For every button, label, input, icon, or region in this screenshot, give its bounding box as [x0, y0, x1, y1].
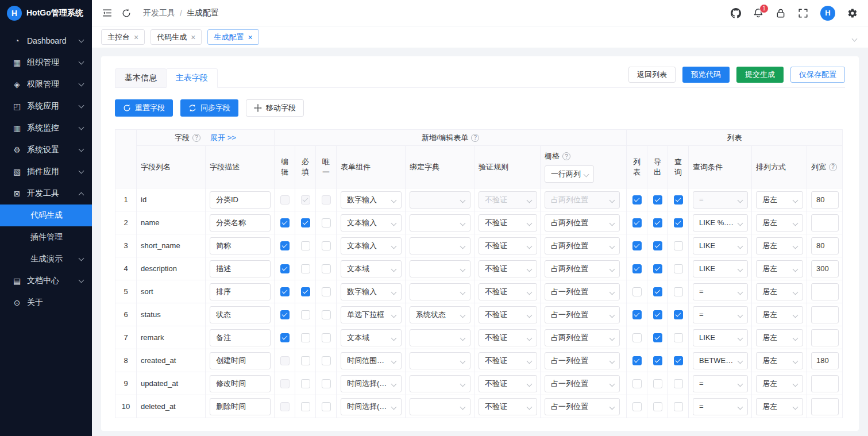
query-checkbox[interactable]	[674, 218, 683, 227]
width-input[interactable]	[811, 191, 839, 209]
breadcrumb-item[interactable]: 开发工具	[143, 8, 175, 18]
width-input[interactable]	[811, 375, 839, 392]
list-checkbox[interactable]	[632, 310, 642, 319]
width-input[interactable]	[811, 329, 839, 346]
required-checkbox[interactable]	[301, 333, 310, 342]
export-checkbox[interactable]	[653, 264, 662, 273]
width-input[interactable]	[811, 260, 839, 277]
sidebar-item-monitor[interactable]: ▥ 系统监控	[0, 117, 92, 139]
tab-main-fields[interactable]: 主表字段	[166, 68, 218, 88]
rule-select[interactable]: 不验证	[479, 329, 537, 346]
component-select[interactable]: 时间选择(Y-...	[341, 375, 402, 392]
save-config-button[interactable]: 仅保存配置	[790, 67, 845, 83]
query-cond-select[interactable]: LIKE %...%	[693, 214, 748, 231]
width-input[interactable]	[811, 237, 839, 254]
align-select[interactable]: 居左	[756, 306, 803, 323]
preview-code-button[interactable]: 预览代码	[682, 67, 730, 83]
query-checkbox[interactable]	[674, 333, 683, 342]
query-checkbox[interactable]	[674, 195, 683, 205]
sidebar-item-docs[interactable]: ▤ 文档中心	[0, 270, 92, 292]
grid-select[interactable]: 占一列位置	[545, 306, 620, 323]
dict-select[interactable]	[410, 191, 470, 209]
close-icon[interactable]: ×	[248, 33, 252, 41]
query-cond-select[interactable]: LIKE	[693, 329, 748, 346]
list-checkbox[interactable]	[632, 264, 642, 273]
list-checkbox[interactable]	[632, 379, 642, 388]
rule-select[interactable]: 不验证	[479, 306, 537, 323]
export-checkbox[interactable]	[653, 356, 662, 365]
dict-select[interactable]	[410, 352, 470, 369]
component-select[interactable]: 文本域	[341, 329, 402, 346]
required-checkbox[interactable]	[301, 287, 310, 296]
query-cond-select[interactable]: =	[693, 306, 748, 323]
required-checkbox[interactable]	[301, 379, 310, 388]
list-checkbox[interactable]	[632, 241, 642, 250]
dict-select[interactable]	[410, 329, 470, 346]
sidebar-item-dashboard[interactable]: ◔ Dashboard	[0, 30, 92, 52]
export-checkbox[interactable]	[653, 241, 662, 250]
field-desc-input[interactable]	[210, 214, 271, 231]
unique-checkbox[interactable]	[322, 241, 331, 250]
dict-select[interactable]	[410, 283, 470, 300]
component-select[interactable]: 数字输入	[341, 283, 402, 300]
edit-checkbox[interactable]	[280, 356, 290, 365]
component-select[interactable]: 文本输入	[341, 214, 402, 231]
query-cond-select[interactable]: =	[693, 191, 748, 209]
expand-link[interactable]: 展开 >>	[210, 133, 236, 143]
page-tab-console[interactable]: 主控台 ×	[101, 29, 145, 45]
list-checkbox[interactable]	[632, 287, 642, 296]
grid-select[interactable]: 占两列位置	[545, 329, 620, 346]
edit-checkbox[interactable]	[280, 241, 290, 250]
reset-fields-button[interactable]: 重置字段	[115, 99, 173, 117]
unique-checkbox[interactable]	[322, 264, 331, 273]
lock-screen-icon[interactable]	[776, 8, 786, 18]
query-checkbox[interactable]	[674, 264, 683, 273]
list-checkbox[interactable]	[632, 218, 642, 227]
grid-select[interactable]: 占一列位置	[545, 375, 620, 392]
dict-select[interactable]	[410, 398, 470, 415]
query-checkbox[interactable]	[674, 402, 683, 411]
edit-checkbox[interactable]	[280, 333, 290, 342]
unique-checkbox[interactable]	[322, 287, 331, 296]
dict-select[interactable]	[410, 375, 470, 392]
sidebar-item-about[interactable]: ⊙ 关于	[0, 292, 92, 314]
width-input[interactable]	[811, 398, 839, 415]
component-select[interactable]: 时间选择(Y-...	[341, 398, 402, 415]
dict-select[interactable]	[410, 260, 470, 277]
query-cond-select[interactable]: =	[693, 398, 748, 415]
export-checkbox[interactable]	[653, 379, 662, 388]
width-input[interactable]	[811, 352, 839, 369]
unique-checkbox[interactable]	[322, 218, 331, 227]
sidebar-item-devtools[interactable]: ⊠ 开发工具	[0, 183, 92, 205]
submit-generate-button[interactable]: 提交生成	[736, 67, 784, 83]
collapse-sidebar-icon[interactable]	[102, 8, 112, 18]
export-checkbox[interactable]	[653, 402, 662, 411]
query-checkbox[interactable]	[674, 310, 683, 319]
query-checkbox[interactable]	[674, 356, 683, 365]
query-cond-select[interactable]: LIKE	[693, 260, 748, 277]
tab-basic-info[interactable]: 基本信息	[115, 68, 167, 88]
component-select[interactable]: 单选下拉框	[341, 306, 402, 323]
query-cond-select[interactable]: =	[693, 283, 748, 300]
github-icon[interactable]	[731, 8, 741, 18]
query-checkbox[interactable]	[674, 241, 683, 250]
export-checkbox[interactable]	[653, 310, 662, 319]
grid-layout-select[interactable]: 一行两列	[545, 165, 594, 183]
grid-select[interactable]: 占两列位置	[545, 237, 620, 254]
required-checkbox[interactable]	[301, 195, 310, 205]
component-select[interactable]: 文本输入	[341, 237, 402, 254]
export-checkbox[interactable]	[653, 333, 662, 342]
export-checkbox[interactable]	[653, 195, 662, 205]
sidebar-item-plugin[interactable]: ▧ 插件应用	[0, 161, 92, 183]
field-desc-input[interactable]	[210, 306, 271, 323]
rule-select[interactable]: 不验证	[479, 191, 537, 209]
field-desc-input[interactable]	[210, 191, 271, 209]
list-checkbox[interactable]	[632, 195, 642, 205]
close-icon[interactable]: ×	[191, 33, 195, 41]
required-checkbox[interactable]	[301, 218, 310, 227]
fullscreen-icon[interactable]	[798, 8, 808, 18]
edit-checkbox[interactable]	[280, 195, 290, 205]
edit-checkbox[interactable]	[280, 264, 290, 273]
rule-select[interactable]: 不验证	[479, 398, 537, 415]
edit-checkbox[interactable]	[280, 402, 290, 411]
